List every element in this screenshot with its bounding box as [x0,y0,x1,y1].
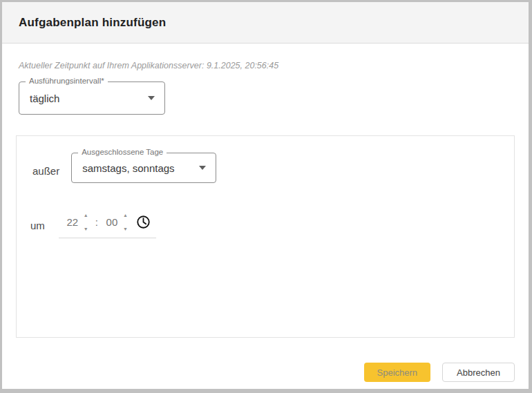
hours-decrement-icon[interactable]: ▼ [84,227,88,231]
execution-interval-select[interactable]: Ausführungsintervall* täglich [19,82,165,115]
clock-icon[interactable] [136,215,151,229]
add-task-schedule-dialog: Aufgabenplan hinzufügen Aktueller Zeitpu… [0,0,532,393]
dialog-body: Aktueller Zeitpunkt auf Ihrem Applikatio… [2,61,529,382]
excluded-days-row: außer Ausgeschlossene Tage samstags, son… [17,153,514,183]
dialog-actions: Speichern Abbrechen [16,363,515,382]
excluded-days-label: Ausgeschlossene Tage [78,148,167,156]
except-label: außer [32,165,59,177]
minutes-input[interactable]: 00 [105,216,119,228]
schedule-details-panel: außer Ausgeschlossene Tage samstags, son… [16,135,515,338]
execution-interval-value: täglich [19,93,148,104]
dialog-header: Aufgabenplan hinzufügen [2,2,529,44]
excluded-days-value: samstags, sonntags [72,162,199,174]
execution-interval-label: Ausführungsintervall* [26,77,108,85]
hours-spinner: ▲ ▼ [84,213,88,231]
minutes-decrement-icon[interactable]: ▼ [123,227,128,231]
dialog-title: Aufgabenplan hinzufügen [19,16,166,30]
cancel-button[interactable]: Abbrechen [442,363,515,382]
chevron-down-icon [148,96,155,100]
time-row: um 22 ▲ ▼ : 00 ▲ ▼ [17,210,514,238]
minutes-increment-icon[interactable]: ▲ [123,213,128,218]
save-button[interactable]: Speichern [364,363,431,382]
time-label: um [30,220,45,231]
minutes-spinner: ▲ ▼ [123,213,128,231]
hours-input[interactable]: 22 [66,216,79,228]
time-picker: 22 ▲ ▼ : 00 ▲ ▼ [59,210,156,238]
excluded-days-select[interactable]: Ausgeschlossene Tage samstags, sonntags [71,153,216,183]
chevron-down-icon [199,166,206,170]
time-separator: : [95,216,98,228]
hours-increment-icon[interactable]: ▲ [84,213,88,218]
server-time-note: Aktueller Zeitpunkt auf Ihrem Applikatio… [19,61,515,70]
